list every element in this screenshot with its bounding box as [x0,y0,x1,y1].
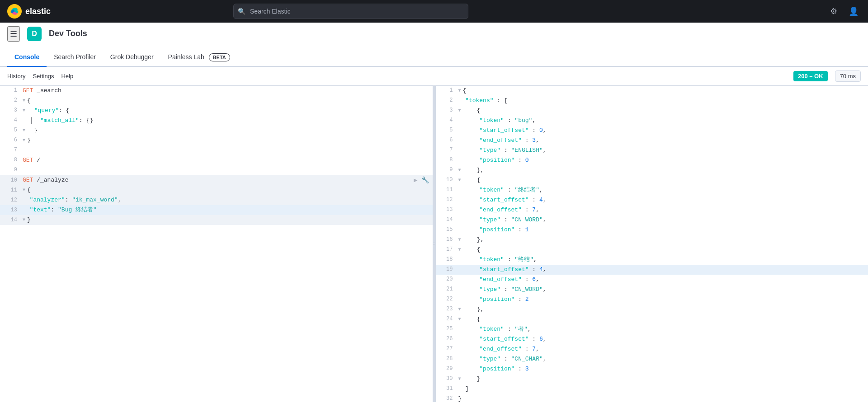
editor-line: 5 ▼ } [0,126,433,136]
editor-line: 1 GET _search [0,86,433,96]
output-line: 2 "tokens" : [ [436,96,868,106]
settings-button[interactable]: Settings [33,71,54,81]
search-input[interactable] [233,4,468,19]
output-line: 8 "position" : 0 [436,155,868,165]
editor-line: 13 "text": "Bug 终结者" [0,205,433,215]
output-line: 7 "type" : "ENGLISH", [436,145,868,155]
tab-painless-lab[interactable]: Painless Lab BETA [161,48,237,67]
output-line: 28 "type" : "CN_CHAR", [436,354,868,364]
output-line: 30 ▼ } [436,374,868,384]
user-icon[interactable]: 👤 [846,4,861,19]
editor-line: 10 GET /_analyze ▶ 🔧 [0,175,433,185]
output-line: 3 ▼ { [436,106,868,116]
run-icon[interactable]: ▶ [414,175,417,185]
output-line: 5 "start_offset" : 0, [436,126,868,136]
top-bar: elastic 🔍 ⚙ 👤 [0,0,868,23]
output-line: 23 ▼ }, [436,305,868,314]
search-bar-container: 🔍 [233,4,468,19]
editor-line: 7 [0,145,433,155]
status-badge: 200 – OK [793,71,828,81]
editor-line: 2 ▼ { [0,96,433,106]
editor-line: 4 │ "match_all": {} [0,116,433,126]
editor-pane[interactable]: 1 GET _search 2 ▼ { 3 ▼ "query": { 4 │ "… [0,86,433,402]
editor-line: 6 ▼ } [0,136,433,145]
help-icon[interactable]: ⚙ [826,4,841,19]
output-line: 26 "start_offset" : 6, [436,334,868,344]
output-line: 4 "token" : "bug", [436,116,868,126]
editor-container: 1 GET _search 2 ▼ { 3 ▼ "query": { 4 │ "… [0,86,868,402]
workspace-badge: D [27,27,42,41]
output-line: 1 ▼ { [436,86,868,96]
output-line: 20 "end_offset" : 6, [436,275,868,285]
beta-badge: BETA [209,53,230,61]
output-line: 17 ▼ { [436,245,868,255]
output-line: 9 ▼ }, [436,165,868,175]
output-line: 21 "type" : "CN_WORD", [436,285,868,295]
editor-line: 8 GET / [0,155,433,165]
output-pane[interactable]: 1 ▼ { 2 "tokens" : [ 3 ▼ { 4 "token" : "… [435,86,868,402]
output-line: 10 ▼ { [436,175,868,185]
tabs-bar: Console Search Profiler Grok Debugger Pa… [0,45,868,67]
settings-icon[interactable]: 🔧 [421,175,429,185]
logo-text: elastic [25,7,51,16]
output-line: 14 "type" : "CN_WORD", [436,215,868,225]
output-line: 19 "start_offset" : 4, [436,265,868,275]
output-line: 31 ] [436,384,868,394]
output-line: 18 "token" : "终结", [436,255,868,265]
editor-line: 9 [0,165,433,175]
output-line: 11 "token" : "终结者", [436,185,868,195]
top-bar-right: ⚙ 👤 [826,4,861,19]
history-button[interactable]: History [7,71,25,81]
output-line: 13 "end_offset" : 7, [436,205,868,215]
tab-console[interactable]: Console [7,48,47,67]
tab-grok-debugger[interactable]: Grok Debugger [103,48,161,67]
help-button[interactable]: Help [61,71,73,81]
output-line: 25 "token" : "者", [436,324,868,334]
output-line: 32 } [436,394,868,402]
output-line: 22 "position" : 2 [436,295,868,305]
output-line: 16 ▼ }, [436,235,868,245]
output-line: 15 "position" : 1 [436,225,868,235]
editor-line: 12 "analyzer": "ik_max_word", [0,195,433,205]
page-title: Dev Tools [49,29,87,38]
editor-line: 3 ▼ "query": { [0,106,433,116]
tab-search-profiler[interactable]: Search Profiler [47,48,103,67]
output-line: 6 "end_offset" : 3, [436,136,868,145]
output-line: 29 "position" : 3 [436,364,868,374]
output-line: 24 ▼ { [436,314,868,324]
editor-line: 14 ▼ } [0,215,433,225]
toolbar: History Settings Help 200 – OK 70 ms [0,67,868,86]
elastic-logo[interactable]: elastic [7,4,51,19]
hamburger-button[interactable]: ☰ [7,26,20,42]
editor-line: 11 ▼ { [0,185,433,195]
output-line: 12 "start_offset" : 4, [436,195,868,205]
output-line: 27 "end_offset" : 7, [436,344,868,354]
secondary-header: ☰ D Dev Tools [0,23,868,45]
search-icon: 🔍 [238,8,245,15]
time-badge: 70 ms [835,70,861,82]
